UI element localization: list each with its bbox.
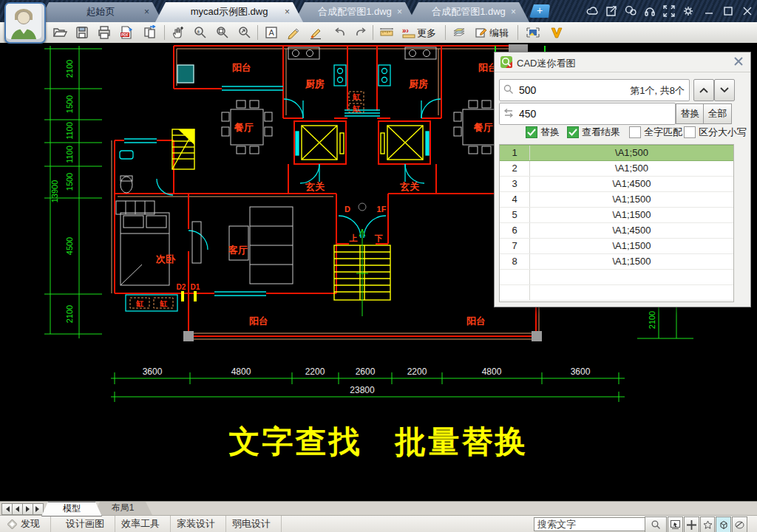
user-avatar[interactable] — [4, 2, 46, 44]
svg-text:2200: 2200 — [305, 366, 325, 377]
zoom-in-out-button[interactable]: ± — [191, 24, 210, 41]
cloud-icon[interactable] — [584, 4, 600, 18]
result-row[interactable]: 2\A1;500 — [500, 161, 733, 177]
previous-match-button[interactable] — [693, 79, 714, 101]
last-sheet-button[interactable] — [33, 503, 44, 515]
results-table[interactable]: 1\A1;5002\A1;5003\A1;45004\A1;15005\A1;1… — [499, 144, 734, 302]
tab-mycad-active[interactable]: mycad示例图.dwg × — [155, 2, 303, 22]
minimize-button[interactable] — [701, 4, 717, 18]
main-toolbar: PDF ± A »› 更多 编辑 — [0, 22, 757, 44]
wechat-icon[interactable] — [622, 4, 639, 18]
save-button[interactable] — [72, 24, 92, 41]
door-label-d2: D2 — [177, 283, 186, 291]
favorite-star-button[interactable] — [700, 516, 715, 532]
search-input[interactable] — [517, 82, 624, 98]
result-row[interactable]: 5\A1;1500 — [500, 208, 733, 223]
result-row[interactable]: 6\A1;4500 — [500, 223, 733, 239]
tab-drawing-3[interactable]: 合成配管图1.dwg × — [294, 2, 415, 22]
windows-and-doors — [120, 65, 441, 311]
cad-canvas[interactable]: 2100 1500 1100 1100 1500 4500 2100 13900… — [0, 43, 757, 501]
support-headset-icon[interactable] — [642, 4, 658, 18]
svg-text:1500: 1500 — [65, 173, 74, 191]
eraser-pen-button[interactable] — [732, 516, 747, 532]
tab-close-icon[interactable]: × — [285, 2, 290, 21]
replace-button[interactable]: 替换 — [676, 103, 704, 124]
tab-layout1[interactable]: 布局1 — [93, 502, 152, 515]
svg-text:1100: 1100 — [65, 146, 74, 163]
next-sheet-button[interactable] — [22, 503, 33, 515]
discover-menu-item[interactable]: 发现 — [0, 516, 51, 532]
batch-convert-button[interactable] — [140, 24, 160, 41]
export-pdf-button[interactable]: PDF — [117, 24, 136, 41]
svg-text:2200: 2200 — [407, 366, 427, 377]
measure-ruler-button[interactable] — [377, 24, 396, 41]
tab-label: 合成配管图1.dwg — [318, 6, 392, 17]
svg-text:1100: 1100 — [65, 122, 74, 140]
first-sheet-button[interactable] — [1, 503, 13, 515]
share-icon[interactable] — [603, 4, 619, 18]
text-search-input[interactable] — [534, 517, 649, 531]
tab-close-icon[interactable]: × — [397, 2, 402, 21]
more-measure-icon[interactable]: »› — [399, 24, 418, 41]
replace-field-container — [499, 103, 676, 125]
maximize-button[interactable] — [720, 4, 736, 18]
checkbox-match-case[interactable]: 区分大小写 — [684, 126, 747, 138]
undo-button[interactable] — [330, 24, 349, 41]
text-tool-button[interactable]: A — [262, 24, 281, 41]
match-count-text: 第1个, 共8个 — [630, 84, 685, 98]
pencil-tool-button[interactable] — [284, 24, 303, 41]
zoom-window-button[interactable] — [213, 24, 232, 41]
layers-button[interactable] — [449, 24, 469, 41]
close-button[interactable] — [739, 4, 756, 18]
edit-label[interactable]: 编辑 — [489, 27, 509, 40]
next-match-button[interactable] — [714, 79, 735, 101]
search-button[interactable] — [645, 516, 667, 532]
edit-icon[interactable] — [472, 24, 491, 41]
tab-close-icon[interactable]: × — [144, 2, 149, 21]
settings-gear-icon[interactable] — [680, 4, 696, 18]
screen-pointer-button[interactable] — [668, 516, 683, 532]
tab-drawing-4[interactable]: 合成配管图1.dwg × — [408, 2, 529, 22]
replace-input[interactable] — [517, 106, 624, 122]
tab-label: mycad示例图.dwg — [191, 6, 268, 17]
result-row[interactable] — [500, 285, 733, 301]
room-label-kitchen: 厨房 — [408, 78, 428, 89]
checkbox-view-results[interactable]: 查看结果 — [567, 126, 620, 138]
fullscreen-icon[interactable] — [661, 4, 677, 18]
checkbox-replace[interactable]: 替换 — [526, 126, 560, 138]
tab-label: 起始页 — [86, 6, 115, 17]
v-logo-icon[interactable] — [547, 24, 566, 41]
tab-close-icon[interactable]: × — [511, 2, 516, 21]
room-label-foyer: 玄关 — [305, 181, 325, 192]
more-label[interactable]: 更多 — [417, 27, 436, 40]
dialog-header[interactable]: CAD迷你看图 — [495, 52, 750, 72]
redo-button[interactable] — [352, 24, 371, 41]
marker-tool-button[interactable] — [306, 24, 325, 41]
result-row[interactable]: 3\A1;4500 — [500, 177, 733, 192]
result-row[interactable]: 1\A1;500 — [500, 145, 733, 161]
view-3d-button[interactable] — [716, 516, 731, 532]
tab-model[interactable]: 模型 — [41, 502, 102, 516]
checkbox-whole-word[interactable]: 全字匹配 — [629, 126, 682, 138]
room-label-living: 客厅 — [228, 245, 248, 256]
efficiency-tools-menu-item[interactable]: 效率工具 — [111, 516, 171, 532]
tab-start-page[interactable]: 起始页 × — [38, 2, 163, 22]
replace-all-button[interactable]: 全部 — [703, 103, 732, 124]
low-voltage-design-menu-item[interactable]: 弱电设计 — [222, 516, 282, 532]
prev-sheet-button[interactable] — [12, 503, 23, 515]
insert-image-button[interactable] — [523, 24, 543, 41]
design-draw-menu-item[interactable]: 设计画图 — [55, 516, 115, 532]
pan-hand-button[interactable] — [169, 24, 188, 41]
result-row[interactable]: 7\A1;1500 — [500, 239, 733, 254]
result-row[interactable]: 8\A1;1500 — [500, 254, 733, 270]
dialog-close-icon[interactable] — [733, 55, 744, 67]
result-row[interactable] — [500, 270, 733, 285]
zoom-extents-button[interactable] — [235, 24, 254, 41]
print-button[interactable] — [95, 24, 114, 41]
status-item-label: 效率工具 — [121, 518, 160, 529]
home-design-menu-item[interactable]: 家装设计 — [166, 516, 226, 532]
crosshair-button[interactable] — [684, 516, 699, 532]
open-file-button[interactable] — [50, 24, 69, 41]
result-row[interactable]: 4\A1;1500 — [500, 192, 733, 208]
new-tab-button[interactable]: + — [529, 4, 550, 18]
